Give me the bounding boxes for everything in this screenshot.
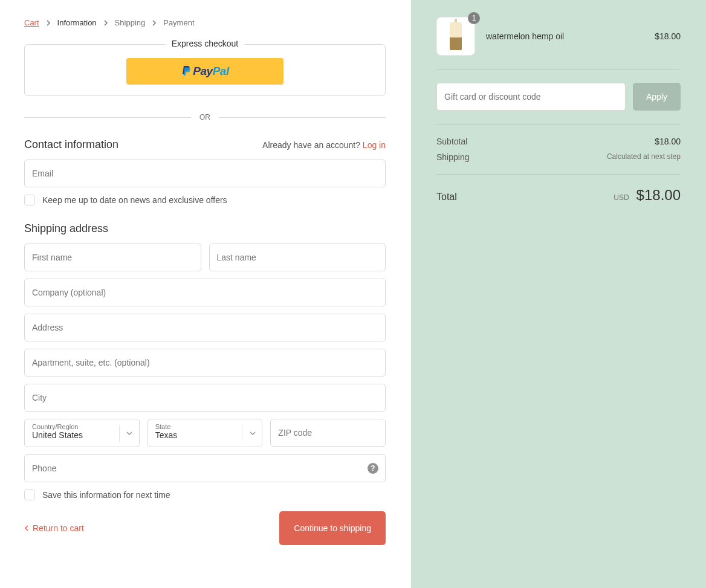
save-info-label: Save this information for next time (42, 490, 170, 500)
country-label: Country/Region (32, 423, 132, 430)
summary-lines: Subtotal $18.00 Shipping Calculated at n… (436, 124, 681, 175)
subtotal-label: Subtotal (436, 137, 467, 146)
breadcrumb-payment: Payment (163, 18, 194, 27)
help-icon[interactable]: ? (368, 463, 378, 474)
contact-info-header: Contact information Already have an acco… (24, 138, 386, 151)
country-value: United States (32, 430, 83, 440)
currency-label: USD (614, 193, 629, 202)
state-value: Texas (155, 430, 178, 440)
total-label: Total (436, 192, 457, 202)
newsletter-checkbox[interactable] (24, 195, 35, 205)
product-thumbnail (436, 17, 475, 56)
subtotal-line: Subtotal $18.00 (436, 137, 681, 146)
chevron-right-icon (103, 20, 109, 26)
phone-field[interactable] (24, 454, 386, 482)
cart-item: 1 watermelon hemp oil $18.00 (436, 17, 681, 69)
company-field[interactable] (24, 279, 386, 306)
shipping-line: Shipping Calculated at next step (436, 152, 681, 162)
order-summary-sidebar: 1 watermelon hemp oil $18.00 Apply Subto… (411, 0, 706, 588)
breadcrumb: Cart Information Shipping Payment (24, 18, 386, 27)
save-info-checkbox-row[interactable]: Save this information for next time (24, 489, 386, 500)
shipping-address-header: Shipping address (24, 222, 386, 235)
state-select[interactable]: State Texas (147, 419, 263, 447)
newsletter-checkbox-row[interactable]: Keep me up to date on news and exclusive… (24, 195, 386, 205)
paypal-text-pal: Pal (213, 65, 229, 78)
contact-info-heading: Contact information (24, 138, 118, 151)
product-name: watermelon hemp oil (486, 31, 644, 41)
continue-to-shipping-button[interactable]: Continue to shipping (279, 511, 386, 545)
country-select[interactable]: Country/Region United States (24, 419, 140, 447)
chevron-right-icon (151, 20, 157, 26)
breadcrumb-shipping: Shipping (115, 18, 146, 27)
shipping-address-heading: Shipping address (24, 222, 108, 235)
product-thumbnail-wrap: 1 (436, 17, 475, 56)
subtotal-value: $18.00 (655, 137, 681, 146)
chevron-right-icon (45, 20, 51, 26)
address-field[interactable] (24, 314, 386, 341)
total-row: Total USD $18.00 (436, 175, 681, 204)
form-actions: Return to cart Continue to shipping (24, 511, 386, 545)
paypal-text-pay: Pay (193, 65, 212, 78)
or-label: OR (199, 113, 210, 121)
apply-discount-button[interactable]: Apply (633, 83, 681, 111)
newsletter-label: Keep me up to date on news and exclusive… (42, 195, 227, 205)
quantity-badge: 1 (468, 12, 480, 24)
discount-code-field[interactable] (436, 83, 626, 111)
first-name-field[interactable] (24, 244, 201, 271)
breadcrumb-information: Information (57, 18, 97, 27)
or-divider: OR (24, 113, 386, 121)
checkout-main: Cart Information Shipping Payment Expres… (0, 0, 411, 588)
shipping-cost-label: Shipping (436, 152, 470, 162)
shipping-cost-value: Calculated at next step (607, 152, 681, 162)
state-label: State (155, 423, 255, 430)
discount-row: Apply (436, 69, 681, 124)
paypal-logo-icon (181, 65, 192, 77)
paypal-button[interactable]: PayPal (126, 58, 283, 85)
login-link[interactable]: Log in (363, 140, 386, 150)
save-info-checkbox[interactable] (24, 489, 35, 500)
email-field[interactable] (24, 160, 386, 187)
last-name-field[interactable] (209, 244, 386, 271)
return-to-cart-link[interactable]: Return to cart (24, 523, 84, 533)
chevron-left-icon (24, 525, 29, 531)
express-checkout-box: Express checkout PayPal (24, 44, 386, 96)
city-field[interactable] (24, 384, 386, 412)
total-amount: $18.00 (636, 187, 681, 204)
zip-field[interactable] (270, 419, 386, 447)
apartment-field[interactable] (24, 349, 386, 376)
login-prompt: Already have an account? Log in (262, 140, 386, 150)
product-price: $18.00 (655, 31, 681, 41)
breadcrumb-cart[interactable]: Cart (24, 18, 39, 27)
express-checkout-label: Express checkout (166, 39, 245, 48)
